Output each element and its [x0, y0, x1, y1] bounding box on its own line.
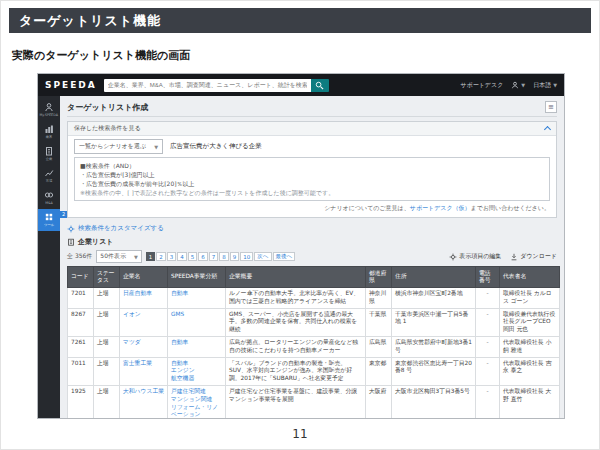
page-button[interactable]: 4 [177, 252, 187, 261]
sidebar-item-tools[interactable]: ツール 2 [38, 209, 60, 231]
slide-title: ターゲットリスト機能 [19, 12, 161, 30]
sidebar-item-label: ツール [44, 223, 54, 226]
code-cell: 7201 [68, 287, 94, 308]
sidebar-item-my-speeda[interactable]: My.SPEEDA [38, 99, 60, 121]
company-name-link[interactable]: 日産自動車 [120, 287, 168, 308]
global-search [104, 79, 329, 92]
toolbar-right: 表示項目の編集 ダウンロード [449, 252, 557, 261]
table-row: 7261 上場 マツダ 自動車 広島が拠点。ロータリーエンジンの量産化など独自の… [68, 336, 560, 357]
description-cell: 広島が拠点。ロータリーエンジンの量産化など独自の技術にこだわりを持つ自動車メーカ… [226, 336, 366, 357]
page-button[interactable]: 6 [198, 252, 208, 261]
sidebar: My.SPEEDA 業界 企業 市場 M&A [38, 96, 60, 419]
page-button[interactable]: 3 [167, 252, 177, 261]
scenario-select-label: 一覧からシナリオを選ぶ [79, 142, 146, 151]
category-link[interactable]: 自動車 [168, 287, 226, 308]
company-name-link[interactable]: イオン [120, 308, 168, 336]
sidebar-item-market[interactable]: 市場 [38, 165, 60, 187]
page-button[interactable]: 5 [188, 252, 198, 261]
total-count: 全 356件 [67, 252, 92, 261]
conditions-title: ■検索条件（AND） [80, 161, 544, 170]
category-link[interactable]: 自動車 エンジン 航空機器 [168, 357, 226, 385]
code-cell: 7011 [68, 357, 94, 385]
phone-cell: - [476, 287, 500, 308]
saved-search-accordion[interactable]: 保存した検索条件を見る [68, 122, 556, 136]
table-row: 8267 上場 イオン GMS GMS、スーパー、小売店を展開する流通の最大手。… [68, 308, 560, 336]
company-name-link[interactable]: マツダ [120, 336, 168, 357]
sidebar-item-industry[interactable]: 業界 [38, 121, 60, 143]
sidebar-item-company[interactable]: 企業 [38, 143, 60, 165]
category-link[interactable]: 自動車 [168, 336, 226, 357]
line-chart-icon [44, 168, 54, 178]
category-link[interactable]: GMS [168, 308, 226, 336]
next-page-button[interactable]: 次へ [254, 252, 271, 261]
per-page-select[interactable]: 50件表示 ▼ [96, 250, 142, 263]
sidebar-item-label: My.SPEEDA [40, 113, 58, 116]
company-name-link[interactable]: 富士重工業 [120, 357, 168, 385]
scenario-filter-card: 保存した検索条件を見る 一覧からシナリオを選ぶ ▼ 広告宣伝費が大きく伸びる企業… [67, 121, 557, 218]
app-screenshot: SPEEDA サポートデスク ▼ 日本語 ▼ [37, 73, 565, 419]
prefecture-cell: 神奈川県 [366, 287, 392, 308]
chevron-down-icon: ▼ [134, 254, 138, 260]
account-menu[interactable]: ▼ [511, 81, 525, 89]
representative-cell: 取締役社長 カルロス ゴーン [500, 287, 560, 308]
download-icon [510, 253, 518, 261]
sidebar-item-ma[interactable]: M&A [38, 187, 60, 209]
notification-badge: 2 [60, 211, 67, 218]
list-menu-button[interactable]: ≡ [545, 101, 557, 113]
prefecture-cell: 千葉県 [366, 308, 392, 336]
building-icon [44, 146, 54, 156]
page-title: ターゲットリスト作成 [67, 102, 148, 113]
company-list-section-header: 企業リスト [67, 237, 557, 247]
support-desk-link[interactable]: サポートデスク [460, 81, 503, 90]
address-cell: 大阪市北区梅田3丁目3番5号 [392, 386, 476, 419]
prefecture-cell: 大阪府 [366, 386, 392, 419]
status-cell: 上場 [94, 357, 120, 385]
building-icon [67, 238, 75, 246]
prefecture-cell: 東京都 [366, 357, 392, 385]
prefecture-cell: 広島県 [366, 336, 392, 357]
avatar-icon [44, 102, 54, 112]
last-page-button[interactable]: 最後へ [273, 252, 296, 261]
representative-cell: 代表取締役社長 大野 直竹 [500, 386, 560, 419]
company-table: コード ステータス 企業名 SPEEDA事業分類 企業概要 都道府県 住所 電話… [67, 266, 560, 419]
page-button[interactable]: 8 [219, 252, 229, 261]
status-cell: 上場 [94, 308, 120, 336]
page-button[interactable]: 1 [146, 252, 156, 261]
bar-chart-icon [44, 124, 54, 134]
scenario-row: 一覧からシナリオを選ぶ ▼ 広告宣伝費が大きく伸びる企業 [68, 136, 556, 157]
code-cell: 8267 [68, 308, 94, 336]
support-desk-feedback-link[interactable]: サポートデスク（仮） [410, 204, 471, 211]
language-select[interactable]: 日本語 ▼ [533, 81, 557, 90]
col-header-code: コード [68, 267, 94, 288]
app-topbar: SPEEDA サポートデスク ▼ 日本語 ▼ [38, 74, 564, 96]
company-list-title: 企業リスト [78, 237, 114, 247]
page-title-row: ターゲットリスト作成 ≡ [67, 101, 557, 117]
condition-item: ・広告宣伝費の成長率が前年比[20]％以上 [80, 179, 544, 188]
address-cell: 横浜市神奈川区宝町2番地 [392, 287, 476, 308]
phone-cell: - [476, 386, 500, 419]
company-name-link[interactable]: 大和ハウス工業 [120, 386, 168, 419]
address-cell: 千葉市美浜区中瀬一丁目5番地 1 [392, 308, 476, 336]
chevron-up-icon[interactable] [544, 126, 551, 133]
slide-header-bar: ターゲットリスト機能 [9, 8, 591, 33]
search-button[interactable] [311, 79, 329, 92]
edit-columns-button[interactable]: 表示項目の編集 [449, 252, 501, 261]
phone-cell: - [476, 336, 500, 357]
deal-icon [44, 190, 54, 200]
download-button[interactable]: ダウンロード [510, 252, 557, 261]
sidebar-item-label: 企業 [46, 157, 53, 160]
scenario-select[interactable]: 一覧からシナリオを選ぶ ▼ [74, 139, 163, 154]
code-cell: 7261 [68, 336, 94, 357]
address-cell: 広島県安芸郡府中町新地3番1号 [392, 336, 476, 357]
saved-search-label: 保存した検索条件を見る [74, 124, 141, 133]
page-button[interactable]: 7 [209, 252, 219, 261]
search-input[interactable] [104, 79, 311, 92]
page-button[interactable]: 9 [230, 252, 240, 261]
slide-page-number: 11 [1, 427, 599, 441]
language-label: 日本語 [533, 81, 551, 90]
page-button[interactable]: 10 [240, 252, 253, 261]
conditions-note: ※検索条件の中、[ ]で表記された数字などの条件は一度リストを作成した後に調整可… [80, 188, 544, 197]
customize-conditions-link[interactable]: 検索条件をカスタマイズする [78, 224, 164, 233]
page-button[interactable]: 2 [156, 252, 166, 261]
category-link[interactable]: 戸建住宅関連 マンション関連 リフォーム・リノベーション [168, 386, 226, 419]
